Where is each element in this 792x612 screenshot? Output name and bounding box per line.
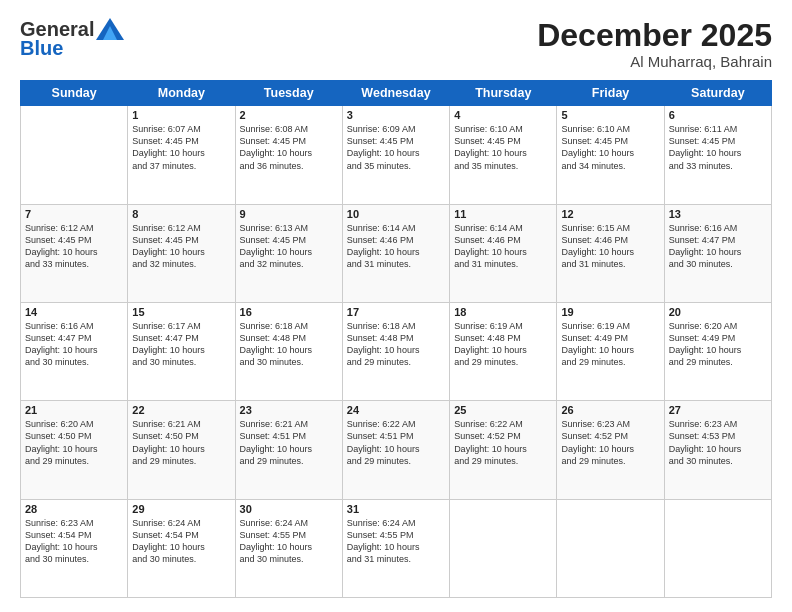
day-info: Sunrise: 6:10 AM Sunset: 4:45 PM Dayligh… bbox=[561, 123, 659, 172]
day-number: 31 bbox=[347, 503, 445, 515]
day-info: Sunrise: 6:24 AM Sunset: 4:54 PM Dayligh… bbox=[132, 517, 230, 566]
day-number: 21 bbox=[25, 404, 123, 416]
day-info: Sunrise: 6:16 AM Sunset: 4:47 PM Dayligh… bbox=[669, 222, 767, 271]
day-number: 18 bbox=[454, 306, 552, 318]
day-number: 3 bbox=[347, 109, 445, 121]
calendar-cell: 15Sunrise: 6:17 AM Sunset: 4:47 PM Dayli… bbox=[128, 302, 235, 400]
calendar-week-row: 14Sunrise: 6:16 AM Sunset: 4:47 PM Dayli… bbox=[21, 302, 772, 400]
logo: General Blue bbox=[20, 18, 124, 60]
calendar-cell bbox=[21, 106, 128, 204]
day-info: Sunrise: 6:12 AM Sunset: 4:45 PM Dayligh… bbox=[25, 222, 123, 271]
calendar-cell: 12Sunrise: 6:15 AM Sunset: 4:46 PM Dayli… bbox=[557, 204, 664, 302]
day-number: 15 bbox=[132, 306, 230, 318]
day-info: Sunrise: 6:18 AM Sunset: 4:48 PM Dayligh… bbox=[240, 320, 338, 369]
col-sunday: Sunday bbox=[21, 81, 128, 106]
calendar-cell bbox=[664, 499, 771, 597]
day-info: Sunrise: 6:24 AM Sunset: 4:55 PM Dayligh… bbox=[347, 517, 445, 566]
calendar-title: December 2025 bbox=[537, 18, 772, 53]
calendar-cell: 14Sunrise: 6:16 AM Sunset: 4:47 PM Dayli… bbox=[21, 302, 128, 400]
title-block: December 2025 Al Muharraq, Bahrain bbox=[537, 18, 772, 70]
day-info: Sunrise: 6:21 AM Sunset: 4:50 PM Dayligh… bbox=[132, 418, 230, 467]
col-monday: Monday bbox=[128, 81, 235, 106]
col-friday: Friday bbox=[557, 81, 664, 106]
calendar-cell: 8Sunrise: 6:12 AM Sunset: 4:45 PM Daylig… bbox=[128, 204, 235, 302]
day-info: Sunrise: 6:24 AM Sunset: 4:55 PM Dayligh… bbox=[240, 517, 338, 566]
calendar-table: Sunday Monday Tuesday Wednesday Thursday… bbox=[20, 80, 772, 598]
day-number: 25 bbox=[454, 404, 552, 416]
calendar-cell: 31Sunrise: 6:24 AM Sunset: 4:55 PM Dayli… bbox=[342, 499, 449, 597]
calendar-cell: 6Sunrise: 6:11 AM Sunset: 4:45 PM Daylig… bbox=[664, 106, 771, 204]
calendar-cell: 11Sunrise: 6:14 AM Sunset: 4:46 PM Dayli… bbox=[450, 204, 557, 302]
calendar-cell: 30Sunrise: 6:24 AM Sunset: 4:55 PM Dayli… bbox=[235, 499, 342, 597]
day-info: Sunrise: 6:13 AM Sunset: 4:45 PM Dayligh… bbox=[240, 222, 338, 271]
calendar-cell: 3Sunrise: 6:09 AM Sunset: 4:45 PM Daylig… bbox=[342, 106, 449, 204]
calendar-cell: 17Sunrise: 6:18 AM Sunset: 4:48 PM Dayli… bbox=[342, 302, 449, 400]
day-number: 30 bbox=[240, 503, 338, 515]
day-number: 13 bbox=[669, 208, 767, 220]
calendar-subtitle: Al Muharraq, Bahrain bbox=[537, 53, 772, 70]
calendar-cell: 10Sunrise: 6:14 AM Sunset: 4:46 PM Dayli… bbox=[342, 204, 449, 302]
day-info: Sunrise: 6:19 AM Sunset: 4:48 PM Dayligh… bbox=[454, 320, 552, 369]
calendar-cell: 7Sunrise: 6:12 AM Sunset: 4:45 PM Daylig… bbox=[21, 204, 128, 302]
day-number: 10 bbox=[347, 208, 445, 220]
calendar-cell: 27Sunrise: 6:23 AM Sunset: 4:53 PM Dayli… bbox=[664, 401, 771, 499]
day-info: Sunrise: 6:11 AM Sunset: 4:45 PM Dayligh… bbox=[669, 123, 767, 172]
calendar-cell: 16Sunrise: 6:18 AM Sunset: 4:48 PM Dayli… bbox=[235, 302, 342, 400]
day-number: 20 bbox=[669, 306, 767, 318]
calendar-cell: 5Sunrise: 6:10 AM Sunset: 4:45 PM Daylig… bbox=[557, 106, 664, 204]
calendar-cell: 4Sunrise: 6:10 AM Sunset: 4:45 PM Daylig… bbox=[450, 106, 557, 204]
calendar-week-row: 28Sunrise: 6:23 AM Sunset: 4:54 PM Dayli… bbox=[21, 499, 772, 597]
day-number: 1 bbox=[132, 109, 230, 121]
day-number: 8 bbox=[132, 208, 230, 220]
day-number: 2 bbox=[240, 109, 338, 121]
day-number: 12 bbox=[561, 208, 659, 220]
day-info: Sunrise: 6:17 AM Sunset: 4:47 PM Dayligh… bbox=[132, 320, 230, 369]
calendar-cell: 22Sunrise: 6:21 AM Sunset: 4:50 PM Dayli… bbox=[128, 401, 235, 499]
calendar-cell: 20Sunrise: 6:20 AM Sunset: 4:49 PM Dayli… bbox=[664, 302, 771, 400]
day-info: Sunrise: 6:18 AM Sunset: 4:48 PM Dayligh… bbox=[347, 320, 445, 369]
logo-icon bbox=[96, 18, 124, 40]
calendar-cell bbox=[557, 499, 664, 597]
col-wednesday: Wednesday bbox=[342, 81, 449, 106]
col-tuesday: Tuesday bbox=[235, 81, 342, 106]
day-info: Sunrise: 6:23 AM Sunset: 4:52 PM Dayligh… bbox=[561, 418, 659, 467]
day-info: Sunrise: 6:19 AM Sunset: 4:49 PM Dayligh… bbox=[561, 320, 659, 369]
header: General Blue December 2025 Al Muharraq, … bbox=[20, 18, 772, 70]
day-info: Sunrise: 6:22 AM Sunset: 4:52 PM Dayligh… bbox=[454, 418, 552, 467]
calendar-cell: 24Sunrise: 6:22 AM Sunset: 4:51 PM Dayli… bbox=[342, 401, 449, 499]
calendar-cell: 9Sunrise: 6:13 AM Sunset: 4:45 PM Daylig… bbox=[235, 204, 342, 302]
calendar-cell: 29Sunrise: 6:24 AM Sunset: 4:54 PM Dayli… bbox=[128, 499, 235, 597]
day-number: 23 bbox=[240, 404, 338, 416]
calendar-cell: 23Sunrise: 6:21 AM Sunset: 4:51 PM Dayli… bbox=[235, 401, 342, 499]
calendar-header-row: Sunday Monday Tuesday Wednesday Thursday… bbox=[21, 81, 772, 106]
day-number: 19 bbox=[561, 306, 659, 318]
day-number: 16 bbox=[240, 306, 338, 318]
day-number: 29 bbox=[132, 503, 230, 515]
calendar-cell: 28Sunrise: 6:23 AM Sunset: 4:54 PM Dayli… bbox=[21, 499, 128, 597]
logo-blue: Blue bbox=[20, 37, 63, 60]
day-info: Sunrise: 6:16 AM Sunset: 4:47 PM Dayligh… bbox=[25, 320, 123, 369]
day-number: 4 bbox=[454, 109, 552, 121]
day-number: 9 bbox=[240, 208, 338, 220]
calendar-cell: 2Sunrise: 6:08 AM Sunset: 4:45 PM Daylig… bbox=[235, 106, 342, 204]
day-number: 26 bbox=[561, 404, 659, 416]
day-number: 22 bbox=[132, 404, 230, 416]
day-number: 24 bbox=[347, 404, 445, 416]
day-info: Sunrise: 6:15 AM Sunset: 4:46 PM Dayligh… bbox=[561, 222, 659, 271]
day-number: 17 bbox=[347, 306, 445, 318]
day-info: Sunrise: 6:20 AM Sunset: 4:49 PM Dayligh… bbox=[669, 320, 767, 369]
day-number: 14 bbox=[25, 306, 123, 318]
day-number: 11 bbox=[454, 208, 552, 220]
calendar-cell: 26Sunrise: 6:23 AM Sunset: 4:52 PM Dayli… bbox=[557, 401, 664, 499]
day-info: Sunrise: 6:21 AM Sunset: 4:51 PM Dayligh… bbox=[240, 418, 338, 467]
calendar-cell: 19Sunrise: 6:19 AM Sunset: 4:49 PM Dayli… bbox=[557, 302, 664, 400]
day-info: Sunrise: 6:23 AM Sunset: 4:53 PM Dayligh… bbox=[669, 418, 767, 467]
calendar-cell: 21Sunrise: 6:20 AM Sunset: 4:50 PM Dayli… bbox=[21, 401, 128, 499]
day-info: Sunrise: 6:22 AM Sunset: 4:51 PM Dayligh… bbox=[347, 418, 445, 467]
day-number: 6 bbox=[669, 109, 767, 121]
day-info: Sunrise: 6:14 AM Sunset: 4:46 PM Dayligh… bbox=[454, 222, 552, 271]
col-saturday: Saturday bbox=[664, 81, 771, 106]
day-number: 27 bbox=[669, 404, 767, 416]
calendar-cell: 25Sunrise: 6:22 AM Sunset: 4:52 PM Dayli… bbox=[450, 401, 557, 499]
calendar-cell: 13Sunrise: 6:16 AM Sunset: 4:47 PM Dayli… bbox=[664, 204, 771, 302]
